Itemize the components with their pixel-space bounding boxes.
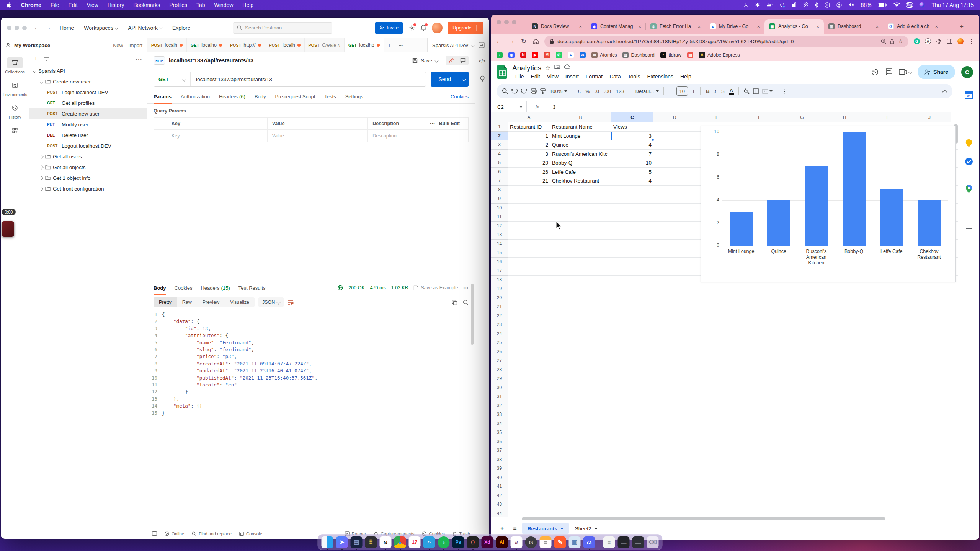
spreadsheet-grid[interactable]: ABCDEFGHIJ123456789101112131415161718192… <box>491 112 959 517</box>
settings-gear-icon[interactable] <box>408 24 415 31</box>
column-header-D[interactable]: D <box>653 112 696 122</box>
tree-request-create-new-user[interactable]: POSTCreate new user <box>29 108 147 119</box>
row-header-21[interactable]: 21 <box>491 302 508 311</box>
dock-launchpad-icon[interactable]: ⠿ <box>365 536 377 548</box>
row-header-39[interactable]: 39 <box>491 464 508 473</box>
column-header-F[interactable]: F <box>738 112 781 122</box>
url-input[interactable]: localhost:1337/api/restaurants/13 <box>191 72 426 86</box>
postman-search-input[interactable]: Search Postman <box>233 22 332 34</box>
environment-quicklook-icon[interactable] <box>479 42 485 48</box>
request-tab[interactable]: POSTlocalh <box>265 38 305 52</box>
browser-tab-my-drive-go[interactable]: ▲My Drive - Go× <box>705 19 764 34</box>
sheets-menu-view[interactable]: View <box>544 73 562 80</box>
row-header-24[interactable]: 24 <box>491 329 508 339</box>
increase-font-size-icon[interactable]: + <box>691 88 696 94</box>
method-select[interactable]: GET <box>154 72 191 86</box>
back-icon[interactable]: ← <box>496 37 502 45</box>
sidepanel-maps-icon[interactable] <box>965 184 973 194</box>
request-tab[interactable]: GETlocalho <box>345 38 384 52</box>
font-select[interactable]: Defaul... <box>635 88 659 94</box>
tree-request-logout-localhost-dev[interactable]: POSTLogout localhost DEV <box>29 140 147 151</box>
cell-restaurant-name[interactable]: Mint Lounge <box>550 132 611 141</box>
request-tab-tests[interactable]: Tests <box>324 90 336 103</box>
table-header-cell[interactable]: Views <box>611 122 653 132</box>
add-tab-button[interactable]: + <box>384 38 395 52</box>
sidepanel-tasks-icon[interactable] <box>964 157 973 166</box>
lightbulb-icon[interactable] <box>480 75 485 82</box>
row-header-28[interactable]: 28 <box>491 365 508 375</box>
workspace-name[interactable]: My Workspace <box>14 42 50 48</box>
siri-icon[interactable] <box>919 2 925 8</box>
view-tab-pretty[interactable]: Pretty <box>154 297 177 307</box>
postman-nav-workspaces[interactable]: Workspaces <box>84 25 118 31</box>
response-scrollbar[interactable] <box>471 284 474 525</box>
postman-history-nav[interactable]: ←→ <box>34 24 51 31</box>
sidebar-rail-collections[interactable]: Collections <box>5 57 24 74</box>
menubar-item-window[interactable]: Window <box>214 2 234 8</box>
side-panel-icon[interactable] <box>947 39 952 44</box>
docker-icon[interactable] <box>766 2 773 7</box>
name-box[interactable]: C2 <box>491 104 526 110</box>
bookmark-whatsapp[interactable]: ✆ <box>556 52 562 58</box>
horizontal-scrollbar[interactable] <box>491 517 958 520</box>
copy-icon[interactable] <box>452 300 457 305</box>
request-tab-headers[interactable]: Headers(6) <box>219 90 245 103</box>
raycast-icon[interactable] <box>803 2 808 7</box>
home-icon[interactable] <box>532 38 539 44</box>
control-center-icon[interactable] <box>906 2 913 8</box>
undo-icon[interactable] <box>511 89 518 94</box>
chart-bar[interactable] <box>880 189 903 246</box>
bookmark-calendar[interactable]: 31 <box>580 52 586 58</box>
dock-photoshop-icon[interactable]: Ps <box>452 536 464 548</box>
column-header-J[interactable]: J <box>908 112 951 122</box>
new-tab-button[interactable]: + <box>955 23 968 34</box>
dock-discord-icon[interactable]: ω <box>583 536 595 548</box>
dock-slack-icon[interactable]: # <box>511 536 523 548</box>
chart-bar[interactable] <box>843 132 866 246</box>
chart-bar[interactable] <box>767 200 790 246</box>
forward-arrow-icon[interactable]: → <box>45 24 51 31</box>
tree-folder-get-1-object-info[interactable]: Get 1 object info <box>29 173 147 183</box>
menubar-item-help[interactable]: Help <box>242 2 253 8</box>
row-header-29[interactable]: 29 <box>491 374 508 383</box>
upgrade-button[interactable]: Upgrade <box>448 22 483 34</box>
merge-cells-icon[interactable] <box>762 89 773 94</box>
comment-icon[interactable] <box>457 56 469 65</box>
row-header-44[interactable]: 44 <box>491 509 508 518</box>
cell-views[interactable]: 10 <box>611 158 653 168</box>
row-header-20[interactable]: 20 <box>491 293 508 303</box>
back-arrow-icon[interactable]: ← <box>34 24 40 31</box>
fill-color-icon[interactable] <box>743 88 750 94</box>
close-tab-icon[interactable]: × <box>697 24 701 29</box>
notifications-bell-icon[interactable] <box>420 24 426 31</box>
zoom-page-icon[interactable] <box>881 39 886 44</box>
row-header-5[interactable]: 5 <box>491 158 508 168</box>
view-tab-raw[interactable]: Raw <box>177 297 197 307</box>
row-header-25[interactable]: 25 <box>491 338 508 347</box>
request-tab-settings[interactable]: Settings <box>345 90 363 103</box>
bookmark-atomics[interactable]: ▭Atomics <box>591 52 617 58</box>
close-tab-icon[interactable]: × <box>757 24 760 29</box>
row-header-9[interactable]: 9 <box>491 194 508 204</box>
cell-restaurant-name[interactable]: Rusconi's American Kitc <box>550 150 611 159</box>
meet-camera-button[interactable] <box>899 69 911 75</box>
cell-views[interactable]: 4 <box>611 140 653 150</box>
sheets-menu-tools[interactable]: Tools <box>625 73 644 80</box>
dock-grayapp-icon[interactable]: G <box>525 536 537 548</box>
share-button[interactable]: Share <box>918 65 955 79</box>
sidebar-rail-apis[interactable] <box>7 125 23 136</box>
wifi-icon[interactable] <box>893 2 900 7</box>
account-avatar[interactable]: C <box>961 66 973 78</box>
tree-request-get-all-profiles[interactable]: GETGet all profiles <box>29 98 147 108</box>
volume-icon[interactable] <box>848 2 854 7</box>
extensions-puzzle-icon[interactable] <box>936 39 942 44</box>
user-avatar[interactable] <box>432 23 443 33</box>
row-header-15[interactable]: 15 <box>491 248 508 258</box>
invite-button[interactable]: Invite <box>375 22 403 34</box>
sheet-tab-sheet2[interactable]: Sheet2 <box>570 523 603 534</box>
param-checkbox-column[interactable] <box>154 130 167 142</box>
close-tab-icon[interactable]: × <box>875 24 879 29</box>
bookmark-spotify[interactable]: ♪ <box>497 52 503 58</box>
dock-preview-icon[interactable]: ▣ <box>569 536 581 548</box>
response-body-json[interactable]: 1{2 "data": {3 "id": 13,4 "attributes": … <box>147 310 475 528</box>
